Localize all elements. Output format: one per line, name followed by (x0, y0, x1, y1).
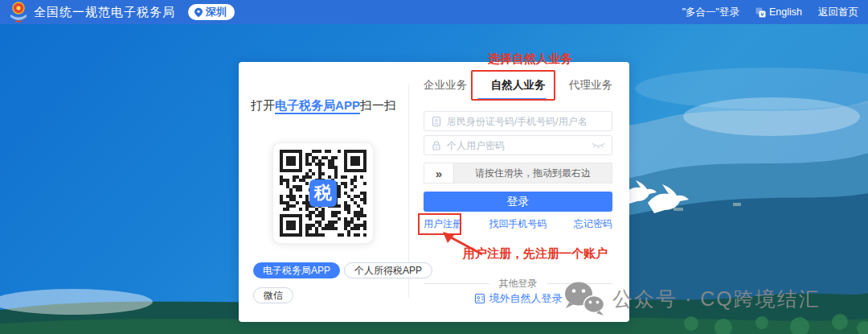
location-pin-icon (194, 7, 203, 18)
captcha-slider: » 请按住滑块，拖动到最右边 (424, 163, 612, 183)
translate-icon (755, 7, 766, 18)
foreign-login-icon (474, 293, 485, 304)
annotation-select-tab-note: 选择自然人业务 (488, 52, 572, 67)
login-form-panel: 企业业务 自然人业务 代理业务 (424, 62, 612, 322)
password-input[interactable] (447, 140, 592, 151)
site-title: 全国统一规范电子税务局 (34, 5, 175, 20)
location-label: 深圳 (206, 5, 227, 19)
qr-code-box (272, 142, 374, 244)
login-button[interactable]: 登录 (424, 192, 612, 212)
annotation-register-note: 用户注册，先注册一个账户 (463, 246, 608, 262)
scan-title: 打开电子税务局APP扫一扫 (239, 98, 408, 113)
app-switch-row: 电子税务局APP 个人所得税APP (253, 262, 432, 278)
annotation-tab-highlight-box (471, 70, 555, 101)
other-login-divider: 其他登录 (424, 277, 612, 291)
login-card: 打开电子税务局APP扫一扫 电子税务局APP 个人所得税APP 微信 企业业务 … (239, 62, 629, 322)
forgot-password-link[interactable]: 忘记密码 (574, 217, 612, 231)
etax-app-link[interactable]: 电子税务局APP (275, 98, 360, 114)
tab-agent[interactable]: 代理业务 (569, 78, 612, 94)
etax-app-button[interactable]: 电子税务局APP (253, 262, 340, 278)
username-field (424, 111, 612, 131)
tax-bureau-emblem-icon (10, 2, 27, 23)
multi-login-link[interactable]: "多合一"登录 (682, 6, 739, 19)
username-input[interactable] (447, 116, 612, 127)
slider-handle[interactable]: » (424, 163, 454, 183)
retrieve-phone-link[interactable]: 找回手机号码 (489, 217, 547, 231)
eye-closed-icon[interactable] (592, 142, 605, 150)
back-home-link[interactable]: 返回首页 (818, 6, 858, 19)
other-login-label: 其他登录 (499, 277, 538, 291)
lock-icon (431, 140, 442, 151)
slider-hint-text: 请按住滑块，拖动到最右边 (454, 167, 612, 180)
tab-enterprise[interactable]: 企业业务 (424, 78, 467, 94)
foreign-person-login-link[interactable]: 境外自然人登录 (424, 291, 612, 306)
personal-tax-app-button[interactable]: 个人所得税APP (344, 262, 432, 278)
qr-scan-panel: 打开电子税务局APP扫一扫 电子税务局APP 个人所得税APP 微信 (239, 62, 408, 322)
wechat-button[interactable]: 微信 (253, 287, 293, 303)
etax-login-page: 全国统一规范电子税务局 深圳 "多合一"登录 English 返回首页 (0, 0, 868, 334)
header-links: "多合一"登录 English 返回首页 (682, 0, 858, 24)
id-card-icon (431, 116, 442, 127)
english-link[interactable]: English (755, 6, 802, 18)
password-field (424, 135, 612, 155)
qr-code-canvas (280, 150, 366, 237)
location-selector[interactable]: 深圳 (188, 4, 235, 20)
top-header-bar: 全国统一规范电子税务局 深圳 "多合一"登录 English 返回首页 (0, 0, 868, 24)
